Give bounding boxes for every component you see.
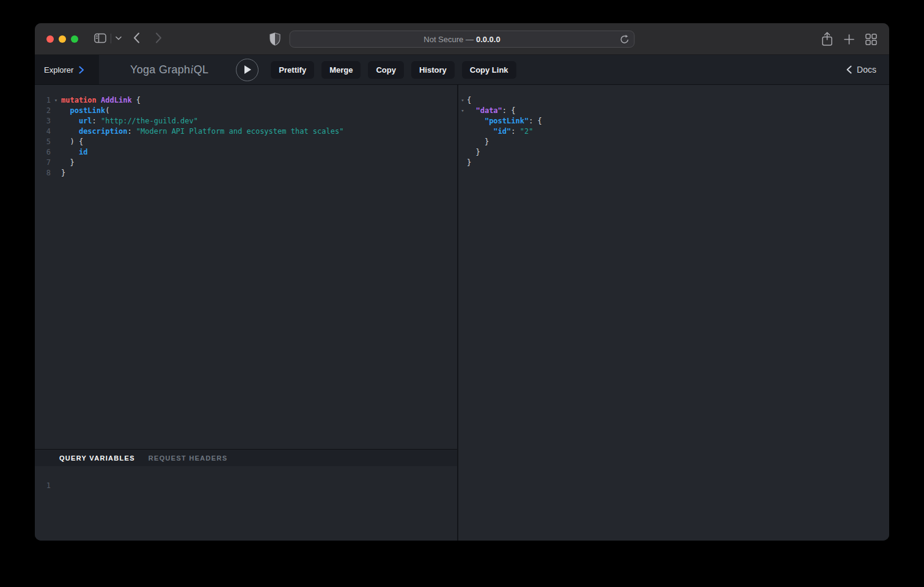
chevron-down-icon[interactable] <box>116 36 122 40</box>
fold-gutter <box>458 147 467 158</box>
line-number: 6 <box>35 147 51 158</box>
fold-gutter <box>51 158 61 168</box>
url-security-status: Not Secure — <box>424 35 474 44</box>
line-number: 8 <box>35 168 51 178</box>
line-number: 5 <box>35 137 51 147</box>
browser-window: Not Secure — 0.0.0.0 <box>35 23 889 541</box>
shield-icon[interactable] <box>270 32 280 46</box>
fold-gutter <box>51 137 61 147</box>
toolbar-buttons: PrettifyMergeCopyHistoryCopy Link <box>271 61 516 79</box>
fold-gutter <box>458 116 467 126</box>
prettify-button[interactable]: Prettify <box>271 61 314 79</box>
sidebar-toggle-group <box>94 33 122 43</box>
copy-link-button[interactable]: Copy Link <box>462 61 516 79</box>
fold-gutter <box>458 126 467 137</box>
line-number: 1 <box>35 95 51 106</box>
secondary-editor-tabs: QUERY VARIABLES REQUEST HEADERS <box>35 449 457 466</box>
graphiql-toolbar: Explorer Yoga GraphiQL PrettifyMergeCopy… <box>35 55 889 85</box>
code-text: ) { <box>61 137 83 147</box>
code-text: } <box>467 137 489 147</box>
code-line: 6 id <box>35 147 457 158</box>
code-text: url: "http://the-guild.dev" <box>61 116 198 126</box>
line-number: 2 <box>35 106 51 116</box>
close-window-button[interactable] <box>46 35 54 43</box>
chevron-left-icon <box>846 65 852 74</box>
share-icon[interactable] <box>821 32 833 46</box>
fold-gutter <box>458 137 467 147</box>
code-line: 1 <box>35 481 457 491</box>
chrome-right-icons <box>821 32 877 46</box>
back-icon[interactable] <box>133 32 140 43</box>
code-line: 3 url: "http://the-guild.dev" <box>35 116 457 126</box>
fold-gutter <box>51 147 61 158</box>
sidebar-toggle-icon[interactable] <box>94 33 106 43</box>
chevron-right-icon <box>79 66 84 74</box>
url-host: 0.0.0.0 <box>476 35 501 44</box>
explorer-toggle[interactable]: Explorer <box>35 55 99 84</box>
code-line: 8} <box>35 168 457 178</box>
minimize-window-button[interactable] <box>59 35 66 43</box>
docs-label: Docs <box>857 65 876 75</box>
code-text: "data": { <box>467 106 516 116</box>
line-number: 3 <box>35 116 51 126</box>
address-bar[interactable]: Not Secure — 0.0.0.0 <box>290 31 635 48</box>
fold-gutter <box>51 126 61 137</box>
tab-request-headers[interactable]: REQUEST HEADERS <box>148 454 228 462</box>
code-text: id <box>61 147 87 158</box>
code-text: "id": "2" <box>467 126 533 137</box>
code-line: 4 description: "Modern API Platform and … <box>35 126 457 137</box>
code-line: ▾{ <box>458 95 889 106</box>
docs-button[interactable]: Docs <box>846 65 876 75</box>
code-text: } <box>467 158 471 168</box>
code-text: } <box>61 168 65 178</box>
fold-gutter <box>51 168 61 178</box>
code-text: mutation AddLink { <box>61 95 141 106</box>
traffic-lights <box>46 35 78 43</box>
code-text: } <box>61 158 75 168</box>
code-text: postLink( <box>61 106 109 116</box>
explorer-label: Explorer <box>44 65 73 75</box>
new-tab-icon[interactable] <box>844 34 854 45</box>
code-line: } <box>458 147 889 158</box>
browser-chrome: Not Secure — 0.0.0.0 <box>35 23 889 55</box>
response-viewer: ▾{▾ "data": { "postLink": { "id": "2" } … <box>458 85 889 541</box>
fold-gutter <box>51 106 61 116</box>
code-line: ▾ "data": { <box>458 106 889 116</box>
query-editor[interactable]: 1▾mutation AddLink {2 postLink(3 url: "h… <box>35 85 457 449</box>
line-number: 4 <box>35 126 51 137</box>
line-number: 7 <box>35 158 51 168</box>
play-icon <box>243 65 252 75</box>
query-pane: 1▾mutation AddLink {2 postLink(3 url: "h… <box>35 85 457 541</box>
app-logo: Yoga GraphiQL <box>130 64 208 76</box>
code-line: } <box>458 158 889 168</box>
code-line: 2 postLink( <box>35 106 457 116</box>
reload-icon[interactable] <box>620 34 629 45</box>
code-text: { <box>467 95 471 106</box>
fold-arrow-icon[interactable]: ▾ <box>458 95 467 106</box>
code-text: description: "Modern API Platform and ec… <box>61 126 343 137</box>
history-button[interactable]: History <box>411 61 455 79</box>
fold-arrow-icon[interactable]: ▾ <box>458 106 467 116</box>
tab-overview-icon[interactable] <box>865 34 877 45</box>
code-line: "postLink": { <box>458 116 889 126</box>
code-line: 1▾mutation AddLink { <box>35 95 457 106</box>
code-line: } <box>458 137 889 147</box>
fold-gutter <box>458 158 467 168</box>
code-text: "postLink": { <box>467 116 542 126</box>
editor-panes: 1▾mutation AddLink {2 postLink(3 url: "h… <box>35 85 889 541</box>
execute-query-button[interactable] <box>236 59 258 81</box>
code-text: } <box>467 147 480 158</box>
zoom-window-button[interactable] <box>71 35 78 43</box>
divider <box>111 34 111 43</box>
query-variables-editor[interactable]: 1 <box>35 466 457 541</box>
code-line: "id": "2" <box>458 126 889 137</box>
fold-arrow-icon[interactable]: ▾ <box>51 95 61 106</box>
line-number: 1 <box>35 481 51 491</box>
forward-icon[interactable] <box>155 32 162 43</box>
copy-button[interactable]: Copy <box>368 61 404 79</box>
tab-query-variables[interactable]: QUERY VARIABLES <box>59 454 135 462</box>
fold-gutter <box>51 116 61 126</box>
code-line: 7 } <box>35 158 457 168</box>
code-line: 5 ) { <box>35 137 457 147</box>
merge-button[interactable]: Merge <box>321 61 361 79</box>
